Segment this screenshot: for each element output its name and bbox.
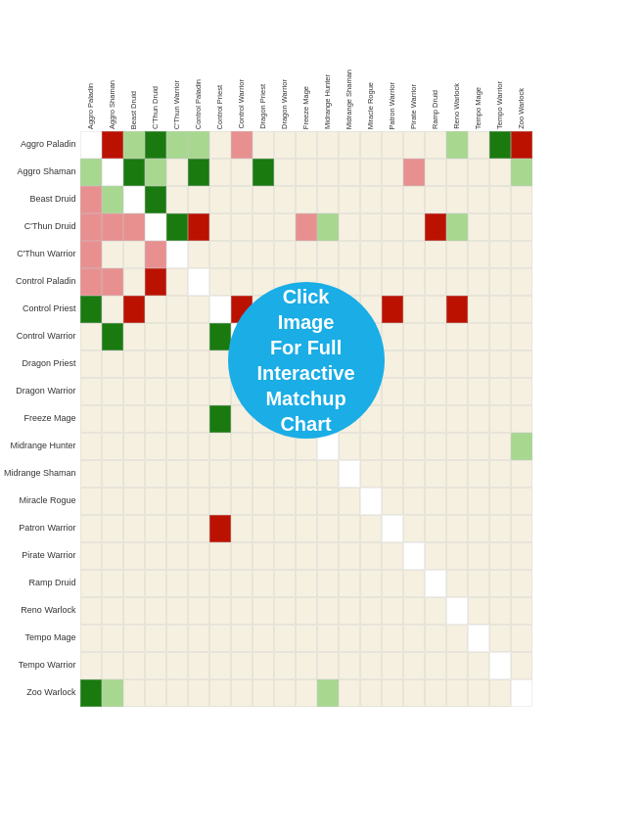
cell-19-12	[339, 652, 360, 679]
cell-8-0	[80, 350, 102, 378]
row-label-16: Ramp Druid	[4, 570, 80, 597]
grid-row-14	[80, 515, 532, 542]
cell-3-15	[403, 213, 425, 241]
cell-11-19	[489, 433, 511, 460]
cell-17-19	[489, 597, 511, 625]
cell-9-15	[403, 378, 425, 405]
cell-14-15	[403, 515, 425, 542]
cell-18-20	[511, 625, 532, 652]
cell-3-12	[339, 213, 360, 241]
grid-area: Aggro PaladinAggro ShamanBeast DruidC'Th…	[4, 14, 640, 707]
cell-15-14	[382, 542, 403, 570]
cell-6-20	[511, 296, 532, 323]
cell-10-6	[209, 405, 231, 433]
cell-0-5	[188, 131, 209, 159]
cell-1-8	[253, 159, 274, 186]
cell-13-14	[382, 488, 403, 515]
cell-1-7	[231, 159, 253, 186]
cell-0-0	[80, 131, 102, 159]
cell-14-5	[188, 515, 209, 542]
cell-1-20	[511, 159, 532, 186]
cell-2-14	[382, 186, 403, 213]
cell-19-11	[317, 652, 339, 679]
cell-2-9	[274, 186, 296, 213]
cell-6-0	[80, 296, 102, 323]
grid-row-16	[80, 570, 532, 597]
cell-18-17	[446, 625, 468, 652]
cell-4-6	[209, 241, 231, 268]
cell-13-7	[231, 488, 253, 515]
cell-9-3	[145, 378, 166, 405]
cell-5-18	[468, 268, 489, 296]
grid-row-20	[80, 679, 532, 707]
cell-12-12	[339, 460, 360, 488]
cell-17-20	[511, 597, 532, 625]
cell-3-11	[317, 213, 339, 241]
cell-19-10	[296, 652, 317, 679]
cell-2-2	[123, 186, 145, 213]
col-header-7: Control Warrior	[231, 14, 253, 131]
cell-18-12	[339, 625, 360, 652]
cell-16-1	[102, 570, 123, 597]
grid-row-2	[80, 186, 532, 213]
col-header-8: Dragon Priest	[253, 14, 274, 131]
cell-18-2	[123, 625, 145, 652]
cell-16-0	[80, 570, 102, 597]
cell-4-2	[123, 241, 145, 268]
cell-15-15	[403, 542, 425, 570]
cell-9-4	[166, 378, 188, 405]
cell-0-6	[209, 131, 231, 159]
cell-9-1	[102, 378, 123, 405]
cell-16-9	[274, 570, 296, 597]
col-header-14: Patron Warrior	[382, 14, 403, 131]
row-label-20: Zoo Warlock	[4, 679, 80, 707]
cell-0-18	[468, 131, 489, 159]
cell-15-9	[274, 542, 296, 570]
cell-0-19	[489, 131, 511, 159]
cell-12-2	[123, 460, 145, 488]
cell-20-0	[80, 679, 102, 707]
cell-9-6	[209, 378, 231, 405]
cell-14-0	[80, 515, 102, 542]
cell-5-17	[446, 268, 468, 296]
cell-16-8	[253, 570, 274, 597]
cell-8-3	[145, 350, 166, 378]
cell-11-5	[188, 433, 209, 460]
cell-2-7	[231, 186, 253, 213]
cell-12-1	[102, 460, 123, 488]
cell-4-13	[360, 241, 382, 268]
cell-11-14	[382, 433, 403, 460]
row-label-3: C'Thun Druid	[4, 213, 80, 241]
cell-14-11	[317, 515, 339, 542]
cell-6-14	[382, 296, 403, 323]
cell-4-8	[253, 241, 274, 268]
row-label-17: Reno Warlock	[4, 597, 80, 625]
row-label-9: Dragon Warrior	[4, 378, 80, 405]
cell-9-0	[80, 378, 102, 405]
cell-12-19	[489, 460, 511, 488]
cell-13-6	[209, 488, 231, 515]
cell-19-1	[102, 652, 123, 679]
cell-17-10	[296, 597, 317, 625]
cell-4-16	[425, 241, 446, 268]
cell-17-13	[360, 597, 382, 625]
cell-11-2	[123, 433, 145, 460]
cell-15-17	[446, 542, 468, 570]
cell-13-3	[145, 488, 166, 515]
cell-16-3	[145, 570, 166, 597]
cell-5-14	[382, 268, 403, 296]
cell-10-20	[511, 405, 532, 433]
cell-14-1	[102, 515, 123, 542]
cell-8-20	[511, 350, 532, 378]
click-circle[interactable]: ClickImageFor FullInteractiveMatchupChar…	[228, 282, 385, 439]
cell-14-9	[274, 515, 296, 542]
grid-row-4	[80, 241, 532, 268]
cell-19-8	[253, 652, 274, 679]
cell-13-18	[468, 488, 489, 515]
cell-3-20	[511, 213, 532, 241]
cell-3-6	[209, 213, 231, 241]
cell-3-5	[188, 213, 209, 241]
grid-row-17	[80, 597, 532, 625]
cell-12-3	[145, 460, 166, 488]
cell-4-9	[274, 241, 296, 268]
